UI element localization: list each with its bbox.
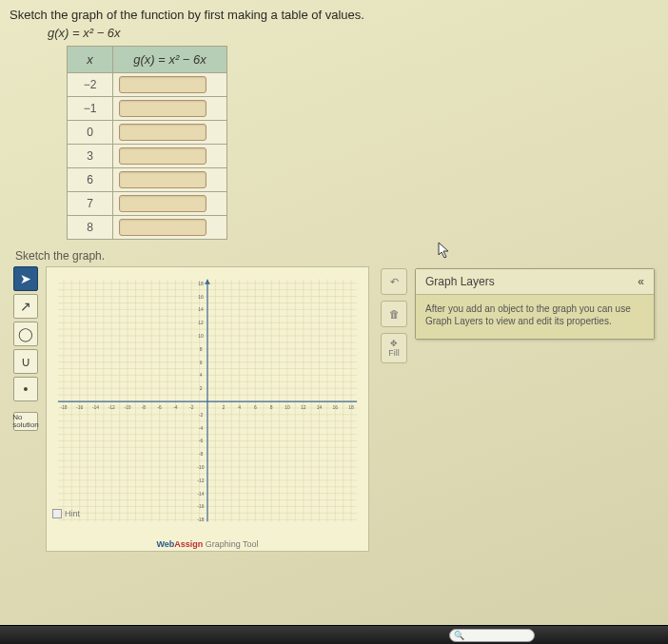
trash-button[interactable]: 🗑: [381, 301, 407, 327]
gx-input[interactable]: [119, 100, 206, 117]
svg-text:-12: -12: [108, 405, 115, 410]
svg-text:-8: -8: [199, 452, 204, 457]
taskbar: [0, 625, 668, 644]
hint-checkbox[interactable]: [52, 509, 62, 518]
svg-text:-6: -6: [199, 439, 204, 443]
values-table: x g(x) = x² − 6x −2−103678: [67, 46, 658, 240]
brand-label: WebAssign Graphing Tool: [156, 539, 258, 549]
x-value-cell: −2: [68, 73, 113, 97]
svg-text:12: 12: [198, 321, 204, 325]
svg-text:16: 16: [198, 295, 204, 300]
gx-value-cell: [113, 97, 227, 121]
gx-input[interactable]: [119, 171, 206, 188]
svg-text:18: 18: [348, 405, 354, 410]
svg-text:-14: -14: [92, 405, 99, 410]
search-pill[interactable]: 🔍: [449, 629, 535, 642]
x-value-cell: 7: [68, 192, 113, 216]
graph-toolbar: ➤ ↗ ◯ ∪ • No solution: [13, 266, 38, 431]
table-row: −1: [68, 97, 227, 121]
fill-label: Fill: [388, 348, 400, 358]
gx-value-cell: [113, 121, 227, 145]
svg-text:-10: -10: [197, 465, 204, 470]
svg-text:12: 12: [301, 405, 306, 410]
svg-text:14: 14: [198, 307, 204, 312]
svg-text:10: 10: [285, 405, 290, 410]
svg-text:2: 2: [200, 386, 203, 391]
svg-text:10: 10: [198, 334, 204, 339]
tool-select[interactable]: ➤: [13, 266, 38, 291]
svg-text:4: 4: [200, 373, 203, 378]
gx-input[interactable]: [119, 195, 206, 212]
fill-icon: ✥: [390, 339, 398, 348]
x-value-cell: −1: [68, 97, 113, 121]
tool-line[interactable]: ↗: [13, 294, 38, 319]
gx-value-cell: [113, 145, 227, 168]
svg-text:-2: -2: [199, 413, 204, 418]
layers-collapse-icon[interactable]: «: [638, 275, 644, 288]
x-value-cell: 6: [68, 168, 113, 192]
undo-button[interactable]: ↶: [381, 268, 407, 295]
svg-text:4: 4: [238, 405, 241, 410]
gx-input[interactable]: [119, 219, 206, 236]
table-header-gx: g(x) = x² − 6x: [113, 47, 227, 73]
svg-text:8: 8: [200, 347, 203, 352]
sketch-label: Sketch the graph.: [15, 249, 658, 263]
table-row: 8: [68, 216, 227, 240]
svg-text:-14: -14: [197, 492, 204, 497]
svg-text:16: 16: [333, 405, 339, 410]
svg-text:6: 6: [200, 361, 203, 365]
tool-parabola[interactable]: ∪: [13, 349, 38, 374]
hint-label: Hint: [65, 509, 80, 518]
svg-text:2: 2: [222, 405, 225, 410]
x-value-cell: 3: [68, 145, 113, 168]
svg-text:-18: -18: [197, 517, 204, 522]
x-value-cell: 0: [68, 121, 113, 145]
svg-text:6: 6: [254, 405, 257, 410]
svg-text:-2: -2: [189, 405, 194, 410]
gx-value-cell: [113, 192, 227, 216]
mouse-cursor-icon: [438, 242, 451, 259]
tool-circle[interactable]: ◯: [13, 322, 38, 346]
tool-point[interactable]: •: [13, 377, 38, 401]
svg-text:-16: -16: [197, 504, 204, 509]
search-icon: 🔍: [454, 631, 464, 640]
table-row: −2: [68, 73, 227, 97]
graph-canvas[interactable]: -18-16-14-12-10-8-6-4-224681012141618-18…: [46, 266, 369, 552]
svg-text:8: 8: [270, 405, 273, 410]
layers-title: Graph Layers: [425, 275, 495, 288]
table-row: 7: [68, 192, 227, 216]
table-row: 3: [68, 145, 227, 168]
tool-no-solution[interactable]: No solution: [13, 412, 38, 431]
layers-help-text: After you add an object to the graph you…: [416, 295, 654, 339]
svg-text:-4: -4: [199, 426, 204, 431]
svg-text:-4: -4: [173, 405, 178, 410]
x-value-cell: 8: [68, 216, 113, 240]
gx-input[interactable]: [119, 76, 206, 93]
gx-value-cell: [113, 216, 227, 240]
gx-input[interactable]: [119, 147, 206, 165]
gx-input[interactable]: [119, 124, 206, 141]
svg-text:-10: -10: [124, 405, 130, 410]
svg-text:-16: -16: [76, 405, 83, 410]
function-equation: g(x) = x² − 6x: [48, 26, 658, 40]
svg-text:-18: -18: [60, 405, 67, 410]
svg-text:14: 14: [317, 405, 323, 410]
graph-layers-panel: Graph Layers « After you add an object t…: [415, 268, 655, 340]
svg-text:-8: -8: [142, 405, 147, 410]
instruction-text: Sketch the graph of the function by firs…: [10, 8, 658, 22]
table-header-x: x: [68, 47, 113, 73]
gx-value-cell: [113, 168, 227, 192]
gx-value-cell: [113, 73, 227, 97]
svg-text:-12: -12: [197, 478, 204, 483]
svg-text:18: 18: [198, 282, 204, 286]
svg-text:-6: -6: [157, 405, 162, 410]
table-row: 6: [68, 168, 227, 192]
fill-tool[interactable]: ✥ Fill: [381, 333, 407, 363]
table-row: 0: [68, 121, 227, 145]
